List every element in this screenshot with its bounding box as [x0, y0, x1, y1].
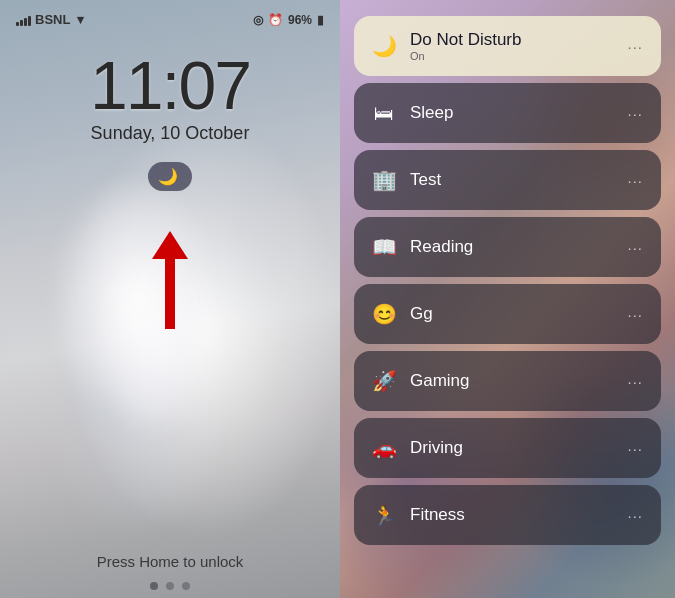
focus-item-gaming[interactable]: 🚀 Gaming ···: [354, 351, 661, 411]
focus-item-reading[interactable]: 📖 Reading ···: [354, 217, 661, 277]
focus-item-gg[interactable]: 😊 Gg ···: [354, 284, 661, 344]
driving-dots[interactable]: ···: [623, 436, 647, 461]
signal-bar-1: [16, 22, 19, 26]
location-icon: ◎: [253, 13, 263, 27]
home-dot-1: [150, 582, 158, 590]
status-right: ◎ ⏰ 96% ▮: [253, 13, 324, 27]
arrow-container: [152, 231, 188, 329]
date: Sunday, 10 October: [90, 123, 250, 144]
home-dot-2: [166, 582, 174, 590]
focus-item-driving[interactable]: 🚗 Driving ···: [354, 418, 661, 478]
gg-dots[interactable]: ···: [623, 302, 647, 327]
gaming-dots[interactable]: ···: [623, 369, 647, 394]
time-display: 11:07 Sunday, 10 October: [90, 51, 250, 144]
sleep-label: Sleep: [410, 103, 623, 123]
signal-bar-4: [28, 16, 31, 26]
time: 11:07: [90, 51, 250, 119]
home-dot-3: [182, 582, 190, 590]
fitness-icon: 🏃: [368, 503, 400, 527]
driving-icon: 🚗: [368, 436, 400, 460]
battery-percent: 96%: [288, 13, 312, 27]
status-bar: BSNL ▾ ◎ ⏰ 96% ▮: [0, 0, 340, 31]
moon-icon: 🌙: [158, 167, 178, 186]
gg-icon: 😊: [368, 302, 400, 326]
focus-item-fitness[interactable]: 🏃 Fitness ···: [354, 485, 661, 545]
fitness-dots[interactable]: ···: [623, 503, 647, 528]
test-dots[interactable]: ···: [623, 168, 647, 193]
focus-menu: 🌙 Do Not Disturb On ··· 🛏 Sleep ··· 🏢 Te…: [340, 0, 675, 598]
focus-item-sleep[interactable]: 🛏 Sleep ···: [354, 83, 661, 143]
do-not-disturb-title-group: Do Not Disturb On: [410, 30, 623, 62]
signal-bar-2: [20, 20, 23, 26]
test-icon: 🏢: [368, 168, 400, 192]
reading-label: Reading: [410, 237, 623, 257]
gaming-label: Gaming: [410, 371, 623, 391]
fitness-label: Fitness: [410, 505, 623, 525]
alarm-icon: ⏰: [268, 13, 283, 27]
reading-dots[interactable]: ···: [623, 235, 647, 260]
press-home-label: Press Home to unlock: [0, 553, 340, 570]
focus-item-test[interactable]: 🏢 Test ···: [354, 150, 661, 210]
test-label: Test: [410, 170, 623, 190]
lock-screen: BSNL ▾ ◎ ⏰ 96% ▮ 11:07 Sunday, 10 Octobe…: [0, 0, 340, 598]
arrow-shaft: [165, 259, 175, 329]
battery-icon: ▮: [317, 13, 324, 27]
focus-badge[interactable]: 🌙: [148, 162, 192, 191]
wifi-icon: ▾: [77, 12, 84, 27]
carrier-label: BSNL: [35, 12, 70, 27]
do-not-disturb-sub: On: [410, 50, 623, 62]
focus-item-do-not-disturb[interactable]: 🌙 Do Not Disturb On ···: [354, 16, 661, 76]
gaming-icon: 🚀: [368, 369, 400, 393]
gg-label: Gg: [410, 304, 623, 324]
status-left: BSNL ▾: [16, 12, 84, 27]
sleep-dots[interactable]: ···: [623, 101, 647, 126]
signal-bars: [16, 14, 31, 26]
reading-icon: 📖: [368, 235, 400, 259]
home-indicator: [0, 582, 340, 590]
do-not-disturb-label: Do Not Disturb: [410, 30, 623, 50]
do-not-disturb-dots[interactable]: ···: [623, 34, 647, 59]
do-not-disturb-icon: 🌙: [368, 34, 400, 58]
sleep-icon: 🛏: [368, 102, 400, 125]
signal-bar-3: [24, 18, 27, 26]
arrow-up: [152, 231, 188, 259]
driving-label: Driving: [410, 438, 623, 458]
